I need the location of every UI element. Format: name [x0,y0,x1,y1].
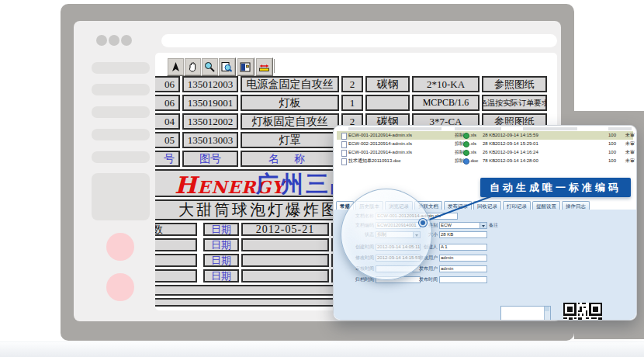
file-state: 未审 [625,133,635,138]
file-icon [341,158,347,165]
sidebar-item-3 [92,106,150,118]
titleblock-left-cell: 数 [155,223,197,236]
sidebar-item-2 [92,84,150,95]
file-version: 100 [608,141,616,147]
remark-label: 备注 [489,222,498,229]
file-row[interactable]: ECW-001-20120914-admin.xls 拟制 .xls 26 KB… [337,148,633,157]
file-row[interactable]: ECW-002-20120914-admin.xls 拟制 .xls 28 KB… [337,140,633,148]
file-ext: .xls [469,133,476,138]
publish-time-label: 发布时间 [416,276,438,283]
titleblock-left-cell [155,269,197,282]
callout-anchor-dot [419,219,427,227]
marketing-illustration: 06 135012003 电源盒固定自攻丝 2 碳钢 2*10-KA 参照图纸 … [0,0,644,357]
file-name: ECW-002-20120914-admin.xls [348,141,412,147]
zoom-window-tool-button[interactable] [218,57,236,76]
qr-code [563,303,602,321]
parts-cell-name: 灯罩 [241,132,339,148]
titleblock-left-cell [155,238,197,251]
pan-hand-icon [187,61,199,73]
parts-cell-spec: MCPCB/1.6 [412,95,480,111]
file-row[interactable]: 技术通知单20110913.doc 拟制 .doc 78 KB 2012-09-… [337,157,633,165]
creator-field[interactable]: A 1 [439,244,487,251]
file-name: ECW-001-20120914-admin.xls [348,133,412,138]
address-bar[interactable] [161,34,557,47]
xls-type-icon [463,141,469,147]
window-dot-1 [96,35,107,46]
publish-user-label: 发布用户 [416,265,438,272]
file-size: 28 KB [483,133,495,138]
file-name: 技术通知单20110913.doc [348,158,401,164]
file-time: 2012-09-14 14:28:00 [495,158,538,164]
date-label: 日期 [203,269,239,282]
publish-user-field[interactable]: admin [439,265,487,272]
date-value [241,238,329,251]
file-time: 2012-09-14 14:15:59 [495,133,538,138]
file-size: 78 KB [483,158,495,164]
parts-cell-material: 碳钢 [365,76,410,92]
pan-tool-button[interactable] [184,57,202,76]
category-field[interactable]: ECW [439,222,487,229]
parts-cell-code: 135012002 [182,113,238,130]
file-name: ECW-001-20120914-admin.xls [348,150,412,155]
parts-cell-code: 135012003 [182,76,238,92]
parts-cell-code: 135013003 [182,132,238,148]
zoom-tool-button[interactable] [201,57,219,76]
file-version: 100 [608,158,616,164]
tab-recycle-log[interactable]: 回收记录 [473,201,501,210]
date-value: 2012-05-21 [241,223,329,236]
tab-print-log[interactable]: 打印记录 [503,201,531,210]
measure-icon [258,61,270,73]
parts-cell-spec: 2*10-KA [412,76,480,92]
file-time: 2012-09-14 14:16:24 [495,150,538,155]
base-shadow-bar [0,341,644,357]
sidebar-item-5 [92,151,150,163]
file-size: 28 KB [483,141,495,147]
page-view-icon [240,61,251,73]
tab-reminder-settings[interactable]: 提醒设置 [532,201,560,210]
parts-cell-qty: 1 [341,95,363,111]
xls-type-icon [463,133,469,139]
callout-banner: 自动生成唯一标准编码 [480,178,631,197]
category-value: ECW [441,223,452,227]
publish-time-field[interactable] [439,276,487,283]
file-state: 未审 [625,158,635,164]
pink-circle-1 [106,233,134,261]
file-ext: .doc [469,158,478,164]
tab-publish-log[interactable]: 发布记录 [444,201,472,210]
file-time: 2012-09-14 15:29:01 [495,141,538,147]
parts-cell-material [365,95,410,111]
tab-operation-log[interactable]: 操作日志 [562,201,590,210]
size-field[interactable]: 28 KB [439,231,487,238]
file-state: 未审 [625,150,635,155]
pink-circle-2 [106,273,134,301]
parts-cell-name: 灯板固定自攻丝 [241,113,339,130]
sidebar-item-1 [92,62,150,74]
remark-textarea[interactable] [500,306,551,321]
select-tool-button[interactable] [167,57,185,76]
parts-cell-no: 04 [155,113,180,130]
parts-header-code: 图号 [182,151,238,167]
scroll-up-icon[interactable] [545,307,549,311]
category-dropdown-button[interactable] [480,223,486,228]
measure-tool-button[interactable] [255,57,273,76]
magnifier-lens [341,189,432,280]
parts-cell-code: 135019001 [182,95,238,111]
sidebar-item-4 [92,129,150,140]
window-dot-2 [109,35,119,46]
toolbar-separator [274,59,275,73]
modify-user-field[interactable]: admin [439,255,487,262]
file-row[interactable]: ECW-001-20120914-admin.xls 拟制 .xls 28 KB… [337,131,633,140]
file-icon [341,150,347,157]
remark-scrollbar[interactable] [544,307,550,321]
drawing-title: 大甜筒球泡灯爆炸图 [178,199,339,220]
date-value [241,269,329,282]
archive-time-label: 归档时间 [340,276,374,283]
parts-header-name: 名 称 [241,151,339,167]
page-view-tool-button[interactable] [237,57,254,76]
parts-cell-no: 05 [155,132,180,148]
titleblock-left-cell [155,254,197,267]
zoom-icon [204,61,216,73]
xls-type-icon [463,150,469,156]
file-ext: .xls [469,141,476,147]
parts-cell-note: 色温按实际订单要求 [482,95,547,111]
